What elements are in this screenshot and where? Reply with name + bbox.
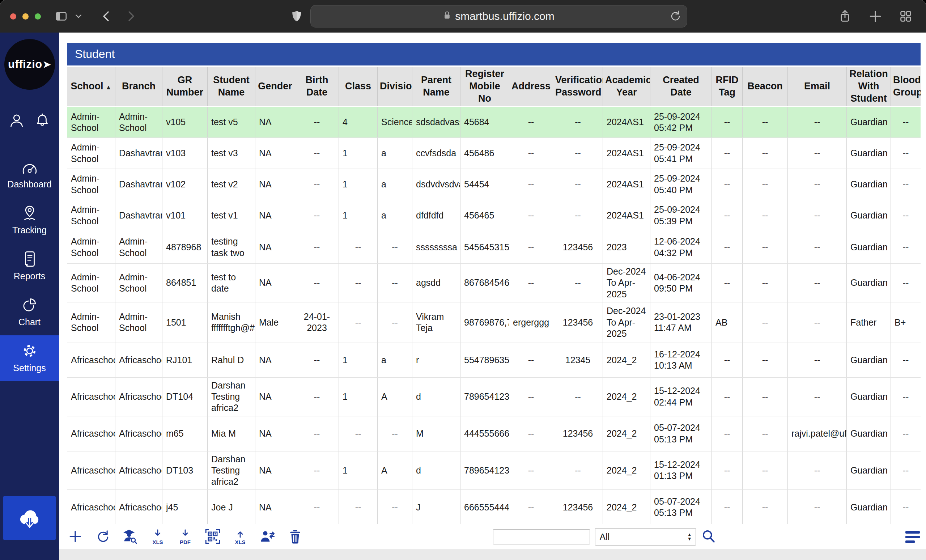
column-header[interactable]: Academic Year (603, 67, 651, 107)
sidebar-item-tracking[interactable]: Tracking (0, 198, 59, 244)
table-cell: dfdfdfd (412, 200, 460, 231)
notifications-button[interactable] (34, 112, 51, 130)
table-row[interactable]: Admin-SchoolDashavtramv101test v1NA--1ad… (67, 200, 921, 231)
delete-button[interactable] (287, 527, 304, 547)
table-cell: -- (788, 490, 847, 524)
table-row[interactable]: AfricaschooAfricaschooRJ101Rahul DNA--1a… (67, 343, 921, 377)
table-cell: Guardian (847, 138, 891, 169)
user-icon (8, 125, 25, 130)
sidebar-item-settings[interactable]: Settings (0, 335, 59, 381)
table-cell: Admin-School (67, 138, 115, 169)
table-cell: 456486 (460, 138, 509, 169)
sidebar-nav: Dashboard Tracking (0, 152, 59, 381)
table-row[interactable]: Admin-SchoolAdmin-School864851test to da… (67, 264, 921, 303)
sidebar-menu-chevron[interactable] (71, 8, 86, 24)
table-cell: agsdd (412, 264, 460, 303)
search-icon (701, 540, 716, 545)
refresh-button[interactable] (94, 527, 111, 547)
column-header[interactable]: GR Number (162, 67, 207, 107)
back-button[interactable] (99, 8, 115, 24)
new-tab-button[interactable] (867, 8, 883, 24)
column-header[interactable]: Division (378, 67, 412, 107)
select-updown-icon: ▲▼ (687, 533, 692, 541)
table-cell: -- (891, 107, 921, 138)
column-header[interactable]: Gender (256, 67, 295, 107)
table-row[interactable]: AfricaschooAfricaschooDT104Darshan Testi… (67, 377, 921, 416)
table-row[interactable]: Admin-SchoolAdmin-School1501Manish fffff… (67, 302, 921, 343)
column-header[interactable]: Created Date (651, 67, 712, 107)
column-header[interactable]: School▲ (67, 67, 115, 107)
table-menu-button[interactable] (905, 531, 920, 543)
share-button[interactable] (837, 8, 853, 24)
column-header[interactable]: RFID Tag (712, 67, 743, 107)
sidebar-item-dashboard[interactable]: Dashboard (0, 152, 59, 198)
forward-button[interactable] (123, 8, 139, 24)
column-header[interactable]: Verification Password (553, 67, 603, 107)
table-cell: Admin-School (67, 264, 115, 303)
column-header[interactable]: Address (509, 67, 553, 107)
column-header[interactable]: Class (339, 67, 378, 107)
table-cell: 2024_2 (603, 416, 651, 451)
table-cell: Guardian (847, 169, 891, 200)
table-cell: Africaschoo (67, 343, 115, 377)
reload-button[interactable] (669, 9, 681, 24)
table-row[interactable]: AfricaschooAfricaschooDT103Darshan Testi… (67, 451, 921, 490)
table-cell: -- (743, 169, 788, 200)
add-student-button[interactable] (67, 527, 83, 547)
table-row[interactable]: AfricaschooAfricaschooj45Joe JNA------J6… (67, 490, 921, 524)
sidebar-item-chart[interactable]: Chart (0, 289, 59, 335)
window-controls (10, 14, 41, 20)
student-table-container: School▲BranchGR NumberStudent NameGender… (67, 65, 921, 524)
qr-code-button[interactable] (204, 527, 221, 547)
table-cell: J (412, 490, 460, 524)
export-xls-button[interactable]: XLS (150, 527, 166, 547)
table-cell: 2024_2 (603, 490, 651, 524)
search-input[interactable] (493, 529, 590, 545)
table-cell: Guardian (847, 107, 891, 138)
tab-overview-button[interactable] (898, 8, 914, 24)
menu-icon (905, 531, 920, 534)
table-cell: -- (509, 138, 553, 169)
find-student-button[interactable] (122, 527, 139, 547)
column-header[interactable]: Email (788, 67, 847, 107)
table-cell: -- (509, 169, 553, 200)
privacy-shield-icon[interactable] (289, 8, 304, 24)
import-xls-button[interactable]: XLS (232, 527, 248, 547)
close-window-button[interactable] (10, 14, 16, 20)
table-row[interactable]: Admin-SchoolAdmin-School4878968testing t… (67, 231, 921, 264)
table-row[interactable]: Admin-SchoolDashavtramv102test v2NA--1ad… (67, 169, 921, 200)
sidebar-item-reports[interactable]: Reports (0, 244, 59, 289)
column-header[interactable]: Relation With Student (847, 67, 891, 107)
table-cell: -- (891, 169, 921, 200)
table-cell: -- (743, 107, 788, 138)
column-filter-select[interactable]: All ▲▼ (595, 528, 696, 545)
zoom-window-button[interactable] (35, 14, 41, 20)
table-row[interactable]: AfricaschooAfricaschoom65Mia MNA------M4… (67, 416, 921, 451)
column-header[interactable]: Student Name (207, 67, 256, 107)
minimize-window-button[interactable] (23, 14, 29, 20)
table-cell: -- (553, 377, 603, 416)
column-header[interactable]: Register Mobile No (460, 67, 509, 107)
search-button[interactable] (701, 529, 716, 545)
column-header[interactable]: Parent Name (412, 67, 460, 107)
table-cell: -- (743, 231, 788, 264)
export-pdf-button[interactable]: PDF (177, 527, 194, 547)
column-header[interactable]: Beacon (743, 67, 788, 107)
table-cell: Dec-2024 To Apr-2025 (603, 302, 651, 343)
user-profile-button[interactable] (8, 112, 25, 130)
address-bar[interactable]: smartbus.uffizio.com (310, 5, 687, 27)
table-row[interactable]: Admin-SchoolDashavtramv103test v3NA--1ac… (67, 138, 921, 169)
table-row[interactable]: Admin-SchoolAdmin-Schoolv105test v5NA--4… (67, 107, 921, 138)
table-cell: Africaschoo (67, 416, 115, 451)
table-cell: -- (712, 377, 743, 416)
table-cell: 5456453151 (460, 231, 509, 264)
student-transfer-button[interactable] (259, 527, 276, 547)
table-cell: test v3 (207, 138, 256, 169)
table-cell: Admin-School (67, 231, 115, 264)
sidebar-toggle-button[interactable] (53, 8, 69, 24)
column-header[interactable]: Blood Group (891, 67, 921, 107)
cloud-download-button[interactable] (3, 496, 56, 540)
table-cell: -- (788, 343, 847, 377)
column-header[interactable]: Branch (115, 67, 162, 107)
column-header[interactable]: Birth Date (295, 67, 339, 107)
